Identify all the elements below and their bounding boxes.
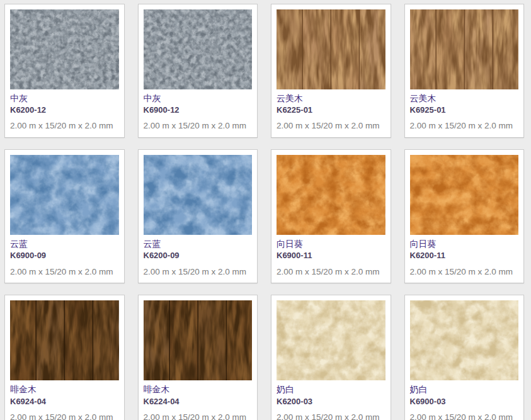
product-code: K6900-11 [277, 251, 385, 260]
product-name-link[interactable]: 啡金木 [144, 384, 253, 394]
product-code: K6924-04 [10, 397, 119, 406]
product-card[interactable]: 奶白 K6900-03 2.00 m x 15/20 m x 2.0 mm [404, 295, 525, 420]
product-card[interactable]: 啡金木 K6924-04 2.00 m x 15/20 m x 2.0 mm [4, 295, 125, 420]
product-name-link[interactable]: 啡金木 [10, 384, 119, 394]
product-card[interactable]: 向日葵 K6900-11 2.00 m x 15/20 m x 2.0 mm [271, 149, 391, 283]
product-swatch-image[interactable] [410, 155, 519, 235]
product-card[interactable]: 奶白 K6200-03 2.00 m x 15/20 m x 2.0 mm [271, 295, 391, 420]
product-code: K6200-11 [410, 251, 519, 260]
product-dimensions: 2.00 m x 15/20 m x 2.0 mm [144, 268, 253, 278]
product-name-link[interactable]: 中灰 [144, 93, 253, 103]
product-dimensions: 2.00 m x 15/20 m x 2.0 mm [10, 413, 119, 420]
product-card[interactable]: 云美木 K6925-01 2.00 m x 15/20 m x 2.0 mm [404, 4, 525, 138]
product-dimensions: 2.00 m x 15/20 m x 2.0 mm [410, 122, 519, 132]
product-grid: 中灰 K6200-12 2.00 m x 15/20 m x 2.0 mm 中灰… [0, 0, 531, 420]
catalog-page: 中灰 K6200-12 2.00 m x 15/20 m x 2.0 mm 中灰… [0, 0, 531, 420]
product-card[interactable]: 云美木 K6225-01 2.00 m x 15/20 m x 2.0 mm [271, 4, 391, 138]
product-name-link[interactable]: 中灰 [10, 93, 119, 103]
product-dimensions: 2.00 m x 15/20 m x 2.0 mm [410, 413, 519, 420]
product-code: K6224-04 [144, 397, 253, 406]
product-swatch-image[interactable] [277, 9, 385, 89]
product-swatch-image[interactable] [144, 155, 253, 235]
product-swatch-image[interactable] [410, 9, 519, 89]
product-dimensions: 2.00 m x 15/20 m x 2.0 mm [277, 268, 385, 278]
product-swatch-image[interactable] [277, 155, 385, 235]
product-dimensions: 2.00 m x 15/20 m x 2.0 mm [410, 268, 519, 278]
product-code: K6900-03 [410, 397, 519, 406]
product-name-link[interactable]: 云美木 [277, 93, 385, 103]
product-name-link[interactable]: 云美木 [410, 93, 519, 103]
product-dimensions: 2.00 m x 15/20 m x 2.0 mm [144, 413, 253, 420]
product-name-link[interactable]: 奶白 [277, 384, 385, 394]
product-card[interactable]: 向日葵 K6200-11 2.00 m x 15/20 m x 2.0 mm [404, 149, 525, 283]
product-swatch-image[interactable] [10, 155, 119, 235]
product-code: K6200-03 [277, 397, 385, 406]
product-swatch-image[interactable] [277, 300, 385, 380]
product-name-link[interactable]: 奶白 [410, 384, 519, 394]
product-code: K6200-12 [10, 106, 119, 115]
product-card[interactable]: 中灰 K6900-12 2.00 m x 15/20 m x 2.0 mm [138, 4, 258, 138]
product-card[interactable]: 云蓝 K6200-09 2.00 m x 15/20 m x 2.0 mm [138, 149, 258, 283]
product-card[interactable]: 中灰 K6200-12 2.00 m x 15/20 m x 2.0 mm [4, 4, 125, 138]
product-code: K6900-12 [144, 106, 253, 115]
product-name-link[interactable]: 云蓝 [144, 239, 253, 249]
product-code: K6925-01 [410, 106, 519, 115]
product-dimensions: 2.00 m x 15/20 m x 2.0 mm [10, 122, 119, 132]
product-name-link[interactable]: 云蓝 [10, 239, 119, 249]
product-swatch-image[interactable] [10, 300, 119, 380]
product-swatch-image[interactable] [144, 300, 253, 380]
product-name-link[interactable]: 向日葵 [410, 239, 519, 249]
product-swatch-image[interactable] [144, 9, 253, 89]
product-card[interactable]: 啡金木 K6224-04 2.00 m x 15/20 m x 2.0 mm [138, 295, 258, 420]
product-code: K6225-01 [277, 106, 385, 115]
product-swatch-image[interactable] [410, 300, 519, 380]
product-dimensions: 2.00 m x 15/20 m x 2.0 mm [10, 268, 119, 278]
product-code: K6200-09 [144, 251, 253, 260]
product-dimensions: 2.00 m x 15/20 m x 2.0 mm [277, 413, 385, 420]
product-name-link[interactable]: 向日葵 [277, 239, 385, 249]
product-dimensions: 2.00 m x 15/20 m x 2.0 mm [144, 122, 253, 132]
product-swatch-image[interactable] [10, 9, 119, 89]
product-code: K6900-09 [10, 251, 119, 260]
product-card[interactable]: 云蓝 K6900-09 2.00 m x 15/20 m x 2.0 mm [4, 149, 125, 283]
product-dimensions: 2.00 m x 15/20 m x 2.0 mm [277, 122, 385, 132]
